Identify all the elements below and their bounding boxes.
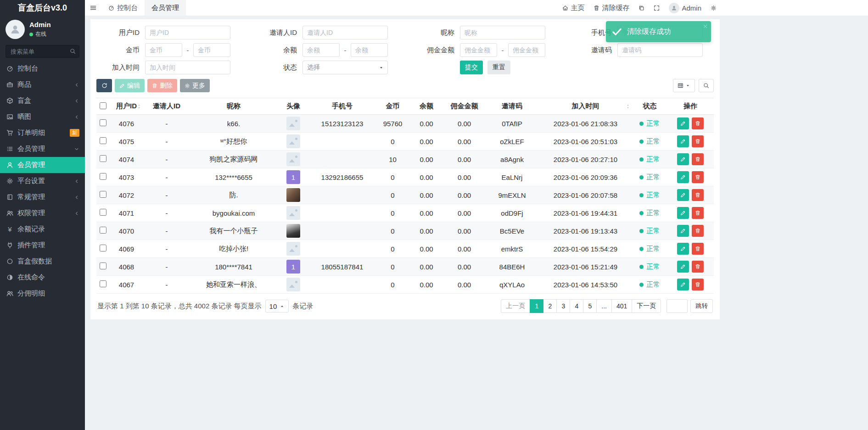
row-delete-button[interactable] — [692, 279, 704, 290]
row-delete-button[interactable] — [692, 135, 704, 147]
header-select-all[interactable] — [96, 98, 109, 115]
table-row[interactable]: 4071 - bygoukai.com 0 0.00 0.00 odD9Fj 2… — [96, 204, 714, 222]
row-edit-button[interactable] — [677, 171, 689, 183]
page-button[interactable]: ... — [596, 299, 612, 313]
columns-button[interactable] — [673, 79, 695, 92]
row-checkbox[interactable] — [100, 209, 106, 216]
close-icon[interactable] — [703, 24, 708, 29]
row-checkbox[interactable] — [100, 280, 106, 287]
prev-page-button[interactable]: 上一页 — [501, 299, 530, 313]
row-edit-button[interactable] — [677, 189, 689, 201]
delete-button[interactable]: 删除 — [147, 79, 177, 92]
sort-icon[interactable] — [136, 104, 142, 109]
avatar[interactable] — [286, 242, 300, 256]
page-button[interactable]: 1 — [530, 299, 543, 313]
table-row[interactable]: 4074 - 狗凯之家源码网 10 0.00 0.00 a8Agnk 2023-… — [96, 151, 714, 168]
row-edit-button[interactable] — [677, 117, 689, 129]
inviter-id-input[interactable] — [302, 26, 388, 39]
sidebar-item-fake-data[interactable]: 盲盒假数据 — [0, 253, 85, 269]
table-row[interactable]: 4075 - ʷ°好想你 0 0.00 0.00 oZkLEF 2023-01-… — [96, 133, 714, 151]
search-toggle-button[interactable] — [699, 79, 714, 92]
table-row[interactable]: 4067 - 她和亚索一样浪、 0 0.00 0.00 qXYLAo 2023-… — [96, 276, 714, 294]
avatar[interactable] — [286, 134, 300, 148]
avatar[interactable] — [286, 117, 300, 130]
sidebar-item-dashboard[interactable]: 控制台 — [0, 61, 85, 77]
row-delete-button[interactable] — [692, 261, 704, 273]
table-row[interactable]: 4069 - 吃掉小张! 0 0.00 0.00 emktrS 2023-01-… — [96, 240, 714, 258]
commission-min-input[interactable] — [460, 43, 497, 57]
sidebar-item-blindbox[interactable]: 盲盒 — [0, 93, 85, 109]
sidebar-item-general[interactable]: 常规管理 — [0, 189, 85, 205]
gold-min-input[interactable] — [145, 43, 182, 57]
table-row[interactable]: 4070 - 我有一个小瓶子 0 0.00 0.00 Bc5EVe 2023-0… — [96, 222, 714, 240]
row-edit-button[interactable] — [677, 261, 689, 273]
row-checkbox[interactable] — [100, 119, 106, 126]
row-checkbox[interactable] — [100, 155, 106, 162]
row-edit-button[interactable] — [677, 153, 689, 165]
user-menu[interactable]: Admin — [669, 3, 701, 13]
row-checkbox[interactable] — [100, 137, 106, 144]
fullscreen-button[interactable] — [654, 5, 660, 11]
avatar[interactable] — [286, 206, 300, 220]
table-row[interactable]: 4076 - k66. 15123123123 95760 0.00 0.00 … — [96, 115, 714, 133]
row-delete-button[interactable] — [692, 117, 704, 129]
sidebar-item-platform-settings[interactable]: 平台设置 — [0, 173, 85, 189]
row-checkbox[interactable] — [100, 227, 106, 234]
row-edit-button[interactable] — [677, 207, 689, 219]
page-size-select[interactable]: 10 — [265, 300, 289, 313]
avatar[interactable] — [286, 224, 300, 238]
avatar[interactable] — [286, 152, 300, 166]
tab-dashboard[interactable]: 控制台 — [101, 0, 145, 16]
page-button[interactable]: 5 — [583, 299, 597, 313]
user-id-input[interactable] — [145, 26, 230, 39]
sidebar-item-permissions[interactable]: 权限管理 — [0, 205, 85, 221]
table-row[interactable]: 4068 - 180****7841 1 18055187841 0 0.00 … — [96, 258, 714, 276]
home-link[interactable]: 主页 — [562, 4, 584, 12]
row-delete-button[interactable] — [692, 189, 704, 201]
page-button[interactable]: 401 — [611, 299, 632, 313]
menu-search-input[interactable] — [6, 45, 79, 58]
sidebar-item-goods[interactable]: 商品 — [0, 77, 85, 93]
row-checkbox[interactable] — [100, 173, 106, 180]
row-checkbox[interactable] — [100, 245, 106, 251]
edit-button[interactable]: 编辑 — [115, 79, 145, 92]
row-delete-button[interactable] — [692, 207, 704, 219]
sort-icon[interactable] — [625, 104, 631, 109]
sidebar-item-plugins[interactable]: 插件管理 — [0, 237, 85, 253]
avatar[interactable] — [286, 188, 300, 202]
row-checkbox[interactable] — [100, 262, 106, 269]
copy-button[interactable] — [638, 5, 644, 11]
sidebar-item-orders[interactable]: 订单明细新 — [0, 125, 85, 141]
sidebar-item-commission[interactable]: 分佣明细 — [0, 285, 85, 302]
avatar[interactable]: 1 — [286, 170, 300, 184]
table-row[interactable]: 4073 - 132****6655 1 13292186655 0 0.00 … — [96, 168, 714, 186]
sidebar-item-online-command[interactable]: 在线命令 — [0, 269, 85, 285]
table-row[interactable]: 4072 - 防. 0 0.00 0.00 9mEXLN 2023-01-06 … — [96, 186, 714, 204]
row-edit-button[interactable] — [677, 135, 689, 147]
row-delete-button[interactable] — [692, 153, 704, 165]
settings-button[interactable] — [711, 5, 717, 11]
row-delete-button[interactable] — [692, 243, 704, 255]
page-button[interactable]: 4 — [570, 299, 583, 313]
sidebar-item-photos[interactable]: 晒图 — [0, 109, 85, 125]
reset-button[interactable]: 重置 — [487, 61, 510, 74]
sidebar-item-members-parent[interactable]: 会员管理 — [0, 141, 85, 157]
next-page-button[interactable]: 下一页 — [632, 299, 661, 313]
row-edit-button[interactable] — [677, 225, 689, 237]
tab-members[interactable]: 会员管理 — [145, 0, 186, 16]
commission-max-input[interactable] — [508, 43, 545, 57]
select-all-checkbox[interactable] — [100, 102, 106, 109]
balance-max-input[interactable] — [351, 43, 388, 57]
avatar[interactable] — [286, 278, 300, 291]
invite-code-input[interactable] — [617, 43, 703, 57]
avatar[interactable] — [6, 20, 25, 39]
more-button[interactable]: 更多 — [180, 79, 210, 92]
sidebar-item-members[interactable]: 会员管理 — [0, 157, 85, 173]
nickname-input[interactable] — [460, 26, 545, 39]
sidebar-toggle-button[interactable] — [85, 0, 101, 16]
avatar[interactable]: 1 — [286, 260, 300, 274]
page-button[interactable]: 3 — [556, 299, 570, 313]
refresh-button[interactable] — [96, 79, 112, 92]
row-delete-button[interactable] — [692, 225, 704, 237]
sidebar-item-balance-log[interactable]: ¥余额记录 — [0, 221, 85, 237]
